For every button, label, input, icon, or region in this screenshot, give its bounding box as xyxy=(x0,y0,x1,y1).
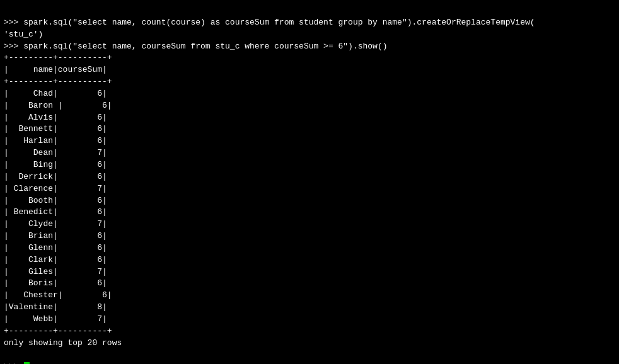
line-19: | Brian| 6| xyxy=(4,231,107,241)
line-22: | Giles| 7| xyxy=(4,267,107,276)
line-14: | Derrick| 6| xyxy=(4,172,107,181)
line-28: only showing top 20 rows xyxy=(4,338,122,348)
line-25: |Valentine| 8| xyxy=(4,302,107,312)
line-3: >>> spark.sql("select name, courseSum fr… xyxy=(4,42,388,51)
line-23: | Boris| 6| xyxy=(4,278,107,288)
line-6: +---------+----------+ xyxy=(4,77,112,86)
prompt-line[interactable]: >>> xyxy=(4,361,30,364)
line-2: 'stu_c') xyxy=(4,30,43,39)
line-4: +---------+----------+ xyxy=(4,53,112,62)
line-9: | Alvis| 6| xyxy=(4,113,107,122)
terminal-window: >>> spark.sql("select name, count(course… xyxy=(0,0,619,364)
line-26: | Webb| 7| xyxy=(4,314,107,324)
line-5: | name|courseSum| xyxy=(4,65,107,74)
line-7: | Chad| 6| xyxy=(4,89,107,98)
line-20: | Glenn| 6| xyxy=(4,243,107,253)
line-16: | Booth| 6| xyxy=(4,196,107,205)
line-15: | Clarence| 7| xyxy=(4,184,107,193)
line-24: | Chester| 6| xyxy=(4,290,112,300)
line-12: | Dean| 7| xyxy=(4,148,107,157)
line-27: +---------+----------+ xyxy=(4,326,112,336)
line-13: | Bing| 6| xyxy=(4,160,107,169)
line-10: | Bennett| 6| xyxy=(4,124,107,134)
line-17: | Benedict| 6| xyxy=(4,207,107,217)
line-21: | Clark| 6| xyxy=(4,255,107,264)
line-8: | Baron | 6| xyxy=(4,101,112,110)
line-11: | Harlan| 6| xyxy=(4,136,107,145)
line-1: >>> spark.sql("select name, count(course… xyxy=(4,18,535,27)
line-18: | Clyde| 7| xyxy=(4,219,107,229)
